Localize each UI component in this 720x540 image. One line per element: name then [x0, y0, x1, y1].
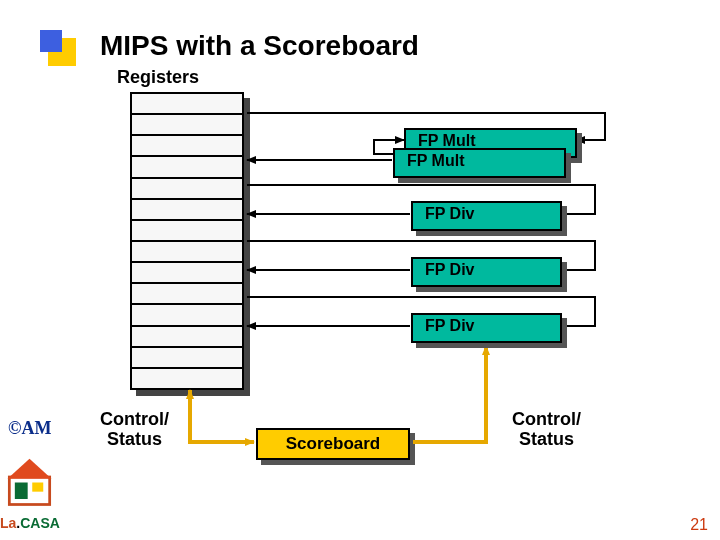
copyright-badge: ©AM	[8, 418, 51, 439]
lacasa-logo-icon	[2, 455, 57, 515]
lacasa-text: La.CASA	[0, 515, 60, 531]
register-row	[132, 136, 242, 157]
lacasa-suffix: CASA	[20, 515, 60, 531]
register-row	[132, 221, 242, 242]
register-row	[132, 242, 242, 263]
register-row	[132, 179, 242, 200]
slide-title: MIPS with a Scoreboard	[100, 30, 419, 62]
register-row	[132, 327, 242, 348]
svg-rect-2	[15, 483, 28, 500]
lacasa-prefix: La	[0, 515, 16, 531]
register-row	[132, 369, 242, 388]
fp-div-unit-3: FP Div	[411, 313, 562, 343]
register-row	[132, 284, 242, 305]
fp-mult-unit-front: FP Mult	[393, 148, 566, 178]
fp-div-unit-1: FP Div	[411, 201, 562, 231]
svg-marker-1	[8, 459, 52, 479]
svg-rect-3	[32, 483, 43, 492]
control-status-left-label: Control/Status	[100, 410, 169, 450]
register-file	[130, 92, 244, 390]
register-row	[132, 94, 242, 115]
register-row	[132, 305, 242, 326]
page-number: 21	[690, 516, 708, 534]
control-status-right-label: Control/Status	[512, 410, 581, 450]
scoreboard-box: Scoreboard	[256, 428, 410, 460]
registers-label: Registers	[117, 67, 199, 88]
register-row	[132, 263, 242, 284]
register-row	[132, 157, 242, 178]
fp-div-unit-2: FP Div	[411, 257, 562, 287]
register-row	[132, 115, 242, 136]
title-bullet-icon	[40, 30, 76, 66]
register-row	[132, 200, 242, 221]
register-row	[132, 348, 242, 369]
